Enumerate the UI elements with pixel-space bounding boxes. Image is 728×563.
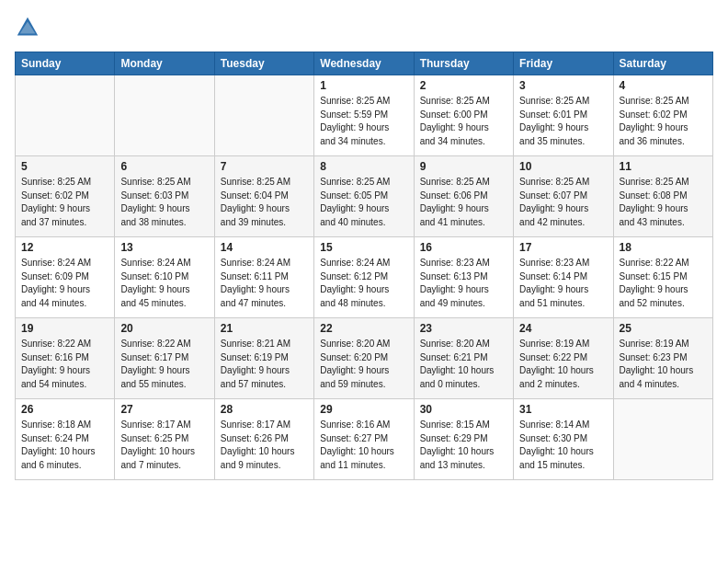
day-number: 28 — [221, 403, 308, 416]
calendar-cell: 23Sunrise: 8:20 AM Sunset: 6:21 PM Dayli… — [414, 318, 513, 399]
day-info: Sunrise: 8:19 AM Sunset: 6:22 PM Dayligh… — [519, 338, 607, 391]
day-info: Sunrise: 8:25 AM Sunset: 5:59 PM Dayligh… — [320, 95, 407, 148]
calendar-cell: 18Sunrise: 8:22 AM Sunset: 6:15 PM Dayli… — [613, 237, 712, 318]
calendar-cell: 2Sunrise: 8:25 AM Sunset: 6:00 PM Daylig… — [414, 75, 513, 156]
day-number: 4 — [620, 79, 707, 92]
calendar-cell: 14Sunrise: 8:24 AM Sunset: 6:11 PM Dayli… — [214, 237, 313, 318]
day-number: 18 — [620, 241, 707, 254]
day-info: Sunrise: 8:18 AM Sunset: 6:24 PM Dayligh… — [21, 419, 108, 472]
week-row-2: 5Sunrise: 8:25 AM Sunset: 6:02 PM Daylig… — [16, 156, 713, 237]
day-number: 21 — [221, 322, 308, 335]
day-number: 8 — [320, 160, 407, 173]
calendar-cell: 9Sunrise: 8:25 AM Sunset: 6:06 PM Daylig… — [414, 156, 513, 237]
calendar-cell: 30Sunrise: 8:15 AM Sunset: 6:29 PM Dayli… — [414, 399, 513, 480]
calendar-cell: 20Sunrise: 8:22 AM Sunset: 6:17 PM Dayli… — [115, 318, 214, 399]
day-info: Sunrise: 8:25 AM Sunset: 6:08 PM Dayligh… — [620, 176, 707, 229]
day-number: 11 — [620, 160, 707, 173]
day-number: 17 — [519, 241, 607, 254]
calendar-cell: 10Sunrise: 8:25 AM Sunset: 6:07 PM Dayli… — [514, 156, 613, 237]
calendar-cell: 17Sunrise: 8:23 AM Sunset: 6:14 PM Dayli… — [514, 237, 613, 318]
calendar-cell — [613, 399, 712, 480]
day-info: Sunrise: 8:15 AM Sunset: 6:29 PM Dayligh… — [420, 419, 507, 472]
day-info: Sunrise: 8:22 AM Sunset: 6:17 PM Dayligh… — [120, 338, 208, 391]
day-number: 24 — [519, 322, 607, 335]
calendar-cell — [115, 75, 214, 156]
day-number: 19 — [21, 322, 108, 335]
day-header-thursday: Thursday — [414, 52, 513, 75]
day-number: 10 — [519, 160, 607, 173]
day-info: Sunrise: 8:25 AM Sunset: 6:05 PM Dayligh… — [320, 176, 407, 229]
calendar-cell: 21Sunrise: 8:21 AM Sunset: 6:19 PM Dayli… — [214, 318, 313, 399]
week-row-5: 26Sunrise: 8:18 AM Sunset: 6:24 PM Dayli… — [16, 399, 713, 480]
day-info: Sunrise: 8:25 AM Sunset: 6:02 PM Dayligh… — [21, 176, 108, 229]
day-info: Sunrise: 8:25 AM Sunset: 6:02 PM Dayligh… — [620, 95, 707, 148]
day-number: 6 — [120, 160, 208, 173]
day-info: Sunrise: 8:25 AM Sunset: 6:07 PM Dayligh… — [519, 176, 607, 229]
day-number: 14 — [221, 241, 308, 254]
day-number: 16 — [420, 241, 507, 254]
day-info: Sunrise: 8:17 AM Sunset: 6:26 PM Dayligh… — [221, 419, 308, 472]
calendar-cell: 7Sunrise: 8:25 AM Sunset: 6:04 PM Daylig… — [214, 156, 313, 237]
calendar-cell: 11Sunrise: 8:25 AM Sunset: 6:08 PM Dayli… — [613, 156, 712, 237]
day-header-tuesday: Tuesday — [214, 52, 313, 75]
day-info: Sunrise: 8:25 AM Sunset: 6:00 PM Dayligh… — [420, 95, 507, 148]
calendar-cell: 12Sunrise: 8:24 AM Sunset: 6:09 PM Dayli… — [16, 237, 115, 318]
day-info: Sunrise: 8:19 AM Sunset: 6:23 PM Dayligh… — [620, 338, 707, 391]
day-info: Sunrise: 8:22 AM Sunset: 6:16 PM Dayligh… — [21, 338, 108, 391]
page-header — [15, 15, 713, 40]
day-header-friday: Friday — [514, 52, 613, 75]
day-info: Sunrise: 8:21 AM Sunset: 6:19 PM Dayligh… — [221, 338, 308, 391]
day-number: 31 — [519, 403, 607, 416]
day-number: 15 — [320, 241, 407, 254]
day-info: Sunrise: 8:25 AM Sunset: 6:04 PM Dayligh… — [221, 176, 308, 229]
calendar-cell: 13Sunrise: 8:24 AM Sunset: 6:10 PM Dayli… — [115, 237, 214, 318]
calendar-cell: 3Sunrise: 8:25 AM Sunset: 6:01 PM Daylig… — [514, 75, 613, 156]
day-info: Sunrise: 8:16 AM Sunset: 6:27 PM Dayligh… — [320, 419, 407, 472]
day-info: Sunrise: 8:24 AM Sunset: 6:09 PM Dayligh… — [21, 257, 108, 310]
calendar-cell: 28Sunrise: 8:17 AM Sunset: 6:26 PM Dayli… — [214, 399, 313, 480]
week-row-1: 1Sunrise: 8:25 AM Sunset: 5:59 PM Daylig… — [16, 75, 713, 156]
day-info: Sunrise: 8:23 AM Sunset: 6:14 PM Dayligh… — [519, 257, 607, 310]
day-number: 25 — [620, 322, 707, 335]
calendar-cell: 5Sunrise: 8:25 AM Sunset: 6:02 PM Daylig… — [16, 156, 115, 237]
calendar-cell: 6Sunrise: 8:25 AM Sunset: 6:03 PM Daylig… — [115, 156, 214, 237]
day-number: 30 — [420, 403, 507, 416]
day-header-wednesday: Wednesday — [314, 52, 414, 75]
day-info: Sunrise: 8:20 AM Sunset: 6:21 PM Dayligh… — [420, 338, 507, 391]
day-info: Sunrise: 8:22 AM Sunset: 6:15 PM Dayligh… — [620, 257, 707, 310]
day-number: 1 — [320, 79, 407, 92]
day-info: Sunrise: 8:25 AM Sunset: 6:06 PM Dayligh… — [420, 176, 507, 229]
logo — [15, 15, 44, 40]
week-row-3: 12Sunrise: 8:24 AM Sunset: 6:09 PM Dayli… — [16, 237, 713, 318]
calendar-cell: 4Sunrise: 8:25 AM Sunset: 6:02 PM Daylig… — [613, 75, 712, 156]
calendar-table: SundayMondayTuesdayWednesdayThursdayFrid… — [15, 52, 713, 480]
calendar-cell: 24Sunrise: 8:19 AM Sunset: 6:22 PM Dayli… — [514, 318, 613, 399]
day-number: 5 — [21, 160, 108, 173]
calendar-cell: 1Sunrise: 8:25 AM Sunset: 5:59 PM Daylig… — [314, 75, 414, 156]
day-number: 2 — [420, 79, 507, 92]
day-header-sunday: Sunday — [16, 52, 115, 75]
day-number: 3 — [519, 79, 607, 92]
day-number: 9 — [420, 160, 507, 173]
day-info: Sunrise: 8:14 AM Sunset: 6:30 PM Dayligh… — [519, 419, 607, 472]
day-info: Sunrise: 8:25 AM Sunset: 6:03 PM Dayligh… — [120, 176, 208, 229]
day-number: 29 — [320, 403, 407, 416]
calendar-cell: 26Sunrise: 8:18 AM Sunset: 6:24 PM Dayli… — [16, 399, 115, 480]
day-header-saturday: Saturday — [613, 52, 712, 75]
week-row-4: 19Sunrise: 8:22 AM Sunset: 6:16 PM Dayli… — [16, 318, 713, 399]
day-number: 20 — [120, 322, 208, 335]
calendar-cell: 8Sunrise: 8:25 AM Sunset: 6:05 PM Daylig… — [314, 156, 414, 237]
calendar-cell: 16Sunrise: 8:23 AM Sunset: 6:13 PM Dayli… — [414, 237, 513, 318]
day-number: 7 — [221, 160, 308, 173]
day-number: 12 — [21, 241, 108, 254]
calendar-cell: 29Sunrise: 8:16 AM Sunset: 6:27 PM Dayli… — [314, 399, 414, 480]
calendar-cell — [214, 75, 313, 156]
calendar-cell: 15Sunrise: 8:24 AM Sunset: 6:12 PM Dayli… — [314, 237, 414, 318]
calendar-cell: 25Sunrise: 8:19 AM Sunset: 6:23 PM Dayli… — [613, 318, 712, 399]
day-number: 23 — [420, 322, 507, 335]
day-info: Sunrise: 8:24 AM Sunset: 6:10 PM Dayligh… — [120, 257, 208, 310]
day-info: Sunrise: 8:20 AM Sunset: 6:20 PM Dayligh… — [320, 338, 407, 391]
calendar-cell — [16, 75, 115, 156]
day-header-monday: Monday — [115, 52, 214, 75]
day-number: 13 — [120, 241, 208, 254]
